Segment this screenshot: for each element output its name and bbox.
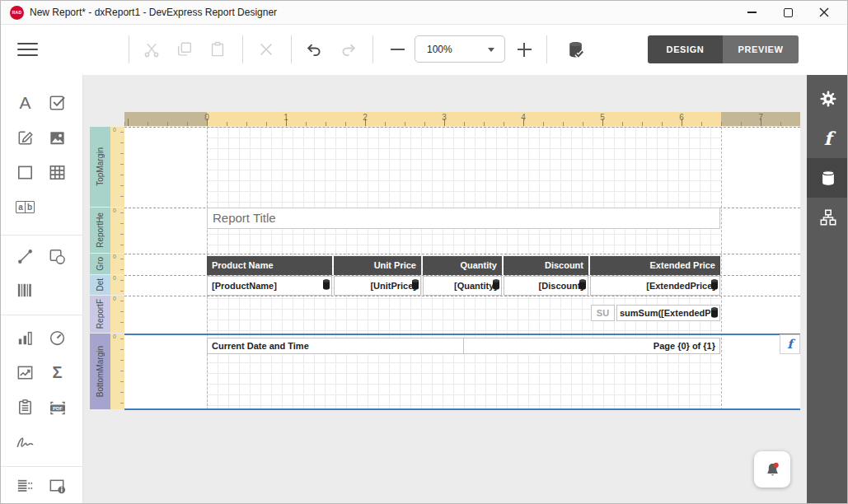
toolbar-separator <box>242 35 243 63</box>
summary-expression-label[interactable]: sumSum([ExtendedP <box>616 305 720 321</box>
menu-icon[interactable] <box>17 43 38 59</box>
properties-tab[interactable] <box>807 79 848 119</box>
title-bar: RAD New Report* - dxReport1 - DevExpress… <box>1 1 848 25</box>
copy-button[interactable] <box>174 25 195 74</box>
zoom-in-button[interactable] <box>515 25 533 74</box>
table-header-cell[interactable]: Unit Price <box>334 256 421 275</box>
chart-icon[interactable] <box>14 327 36 349</box>
page-bottom-edge <box>124 408 800 410</box>
cut-icon <box>143 40 161 58</box>
table-data-cell[interactable]: [ProductName] <box>207 276 332 296</box>
redo-button[interactable] <box>338 25 359 74</box>
table-header-cell[interactable]: Product Name <box>207 256 332 275</box>
bell-icon <box>764 461 781 478</box>
band-group-header[interactable]: Gro0 <box>90 254 124 275</box>
sparkline-icon[interactable] <box>14 362 36 384</box>
zoom-out-button[interactable] <box>388 25 406 74</box>
delete-icon <box>259 42 274 57</box>
svg-text:PDF: PDF <box>53 405 63 410</box>
expressions-fx-icon: f <box>824 128 832 149</box>
sigma-icon[interactable]: Σ <box>46 362 68 384</box>
field-binding-icon <box>411 279 419 290</box>
design-surface: 0 1 2 3 4 5 6 7 TopMargin0 ReportHe0 Gro… <box>83 75 807 504</box>
character-comb-icon[interactable]: ab <box>14 196 36 218</box>
band-report-footer[interactable]: ReportF0 <box>90 296 124 334</box>
page-footer-pageinfo-label[interactable]: Page {0} of {1} <box>463 338 720 354</box>
table-icon[interactable] <box>46 161 68 184</box>
expressions-tab[interactable]: f <box>807 119 848 158</box>
table-of-contents-icon[interactable] <box>14 475 36 497</box>
ruler-number: 7 <box>756 113 766 122</box>
table-header-cell[interactable]: Extended Price <box>590 256 720 275</box>
band-strip-column: TopMargin0 ReportHe0 Gro0 Det0 ReportF0 … <box>90 127 124 410</box>
table-data-cell[interactable]: [Quantity] <box>423 276 502 296</box>
toolbox-separator <box>1 315 83 315</box>
ruler-number: 3 <box>439 113 449 122</box>
field-binding-icon <box>322 279 330 290</box>
close-button[interactable] <box>806 1 842 24</box>
zoom-out-icon <box>391 49 405 50</box>
clipboard-content-icon[interactable] <box>14 396 36 418</box>
gauge-icon[interactable] <box>46 327 68 349</box>
table-data-cell[interactable]: [ExtendedPrice] <box>590 276 720 296</box>
check-box-icon[interactable] <box>46 91 68 114</box>
barcode-icon[interactable] <box>14 279 36 301</box>
control-toolbox: A ab <box>1 75 83 504</box>
undo-button[interactable] <box>303 25 325 74</box>
design-tab[interactable]: DESIGN <box>648 35 723 63</box>
validate-data-button[interactable] <box>563 25 588 74</box>
minimize-button[interactable] <box>733 1 770 24</box>
toolbox-separator <box>1 466 83 467</box>
selected-band-edge[interactable] <box>124 334 800 335</box>
signature-icon[interactable] <box>14 430 36 452</box>
undo-icon <box>304 40 324 59</box>
pdf-content-icon[interactable]: PDF <box>46 396 68 418</box>
picture-box-icon[interactable] <box>46 127 68 149</box>
minimize-icon <box>747 12 757 13</box>
preview-tab[interactable]: PREVIEW <box>723 35 799 63</box>
report-designer-window: RAD New Report* - dxReport1 - DevExpress… <box>0 0 848 504</box>
zoom-level-dropdown[interactable]: 100% <box>415 35 505 63</box>
band-top-margin[interactable]: TopMargin0 <box>90 127 124 208</box>
zoom-in-icon <box>518 43 532 57</box>
report-explorer-icon <box>819 208 837 226</box>
report-page[interactable]: Report Title Product Name Unit Price Qua… <box>124 127 800 410</box>
table-header-cell[interactable]: Quantity <box>423 256 502 275</box>
window-title: New Report* - dxReport1 - DevExpress Rep… <box>30 7 277 18</box>
validate-data-icon <box>565 40 586 60</box>
report-explorer-tab[interactable] <box>807 198 848 237</box>
page-info-icon[interactable] <box>46 475 68 497</box>
copy-icon <box>176 40 194 58</box>
expression-smart-tag[interactable]: f <box>780 334 800 354</box>
panel-icon[interactable] <box>14 161 36 184</box>
shape-icon[interactable] <box>46 245 68 268</box>
toolbar-separator <box>129 35 129 63</box>
maximize-button[interactable] <box>770 1 806 24</box>
properties-gear-icon <box>819 90 837 108</box>
field-binding-icon <box>710 279 719 290</box>
cut-button[interactable] <box>141 25 162 74</box>
ruler-number: 4 <box>518 113 528 122</box>
report-title-label[interactable]: Report Title <box>207 208 720 229</box>
zoom-level-value: 100% <box>427 44 452 55</box>
toolbar-separator <box>372 35 373 63</box>
field-list-tab[interactable] <box>807 158 848 198</box>
table-data-cell[interactable]: [UnitPrice] <box>334 276 421 296</box>
band-separator <box>124 254 800 254</box>
line-icon[interactable] <box>14 245 36 268</box>
notifications-button[interactable] <box>754 451 790 488</box>
rich-text-icon[interactable] <box>14 127 36 149</box>
horizontal-ruler: 0 1 2 3 4 5 6 7 <box>124 112 800 126</box>
page-footer-datetime-label[interactable]: Current Date and Time <box>207 338 464 354</box>
field-binding-icon <box>492 279 500 290</box>
label-icon[interactable]: A <box>14 91 36 114</box>
paste-button[interactable] <box>207 25 228 74</box>
band-bottom-margin[interactable]: BottomMargin0 <box>90 334 124 410</box>
table-header-cell[interactable]: Discount <box>504 256 588 275</box>
band-detail[interactable]: Det0 <box>90 275 124 296</box>
table-data-cell[interactable]: [Discount] <box>504 276 588 296</box>
app-logo-icon: RAD <box>10 6 24 20</box>
band-report-header[interactable]: ReportHe0 <box>90 208 124 254</box>
delete-button[interactable] <box>255 25 277 74</box>
ruler-number: 0 <box>202 113 212 122</box>
